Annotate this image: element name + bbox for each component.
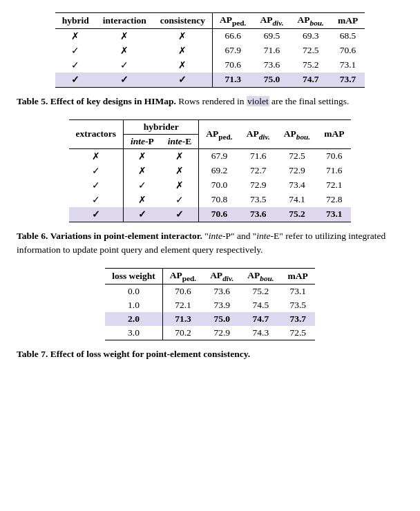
col-ap-div: APdiv. bbox=[203, 269, 240, 285]
col-ap-bou: APbou. bbox=[240, 269, 280, 285]
table7-caption: Table 7. Effect of loss weight for point… bbox=[17, 347, 403, 361]
cell: ✗ bbox=[153, 28, 213, 44]
cell: 72.7 bbox=[240, 164, 277, 178]
table6-row4: ✓ ✗ ✓ 70.8 73.5 74.1 72.8 bbox=[69, 193, 352, 207]
col-loss-weight: loss weight bbox=[105, 269, 162, 285]
col-map: mAP bbox=[331, 13, 365, 29]
cell: 73.6 bbox=[240, 207, 277, 222]
cell: 73.9 bbox=[203, 298, 240, 312]
cell: 71.6 bbox=[317, 164, 351, 178]
cell: 69.2 bbox=[199, 164, 240, 178]
cell: ✓ bbox=[55, 44, 96, 58]
table5-caption: Table 5. Effect of key designs in HIMap.… bbox=[17, 95, 403, 108]
table6-row5-highlight: ✓ ✓ ✓ 70.6 73.6 75.2 73.1 bbox=[69, 207, 352, 222]
col-inte-p: inte-P bbox=[124, 134, 161, 148]
cell-lw: 3.0 bbox=[105, 326, 162, 340]
cell: ✓ bbox=[161, 207, 199, 222]
cell: 75.2 bbox=[277, 207, 317, 222]
cell: 71.3 bbox=[213, 73, 254, 88]
cell: 67.9 bbox=[199, 148, 240, 164]
cell: 73.7 bbox=[331, 73, 365, 88]
table6-header-row1: extractors hybrider APped. APdiv. APbou.… bbox=[69, 119, 352, 134]
table5-wrapper: hybrid interaction consistency APped. AP… bbox=[15, 12, 405, 88]
cell: ✓ bbox=[69, 193, 124, 207]
table7-wrapper: loss weight APped. APdiv. APbou. mAP 0.0… bbox=[15, 268, 405, 340]
cell: 69.5 bbox=[253, 28, 290, 44]
cell: 73.5 bbox=[240, 193, 277, 207]
col-ap-bou: APbou. bbox=[291, 13, 331, 29]
col-consistency: consistency bbox=[153, 13, 213, 29]
col-ap-ped: APped. bbox=[213, 13, 254, 29]
cell: ✓ bbox=[69, 164, 124, 178]
cell: 73.4 bbox=[277, 178, 317, 193]
cell: ✗ bbox=[161, 164, 199, 178]
cell: ✗ bbox=[153, 44, 213, 58]
caption7-num: Table 7. bbox=[17, 349, 48, 359]
col-ap-div: APdiv. bbox=[253, 13, 290, 29]
cell: 74.3 bbox=[240, 326, 280, 340]
cell: 74.5 bbox=[240, 298, 280, 312]
cell: 73.7 bbox=[281, 312, 315, 326]
cell: ✓ bbox=[69, 207, 124, 222]
cell: ✓ bbox=[96, 73, 153, 88]
table5-row4-highlight: ✓ ✓ ✓ 71.3 75.0 74.7 73.7 bbox=[55, 73, 365, 88]
table7-body: 0.0 70.6 73.6 75.2 73.1 1.0 72.1 73.9 74… bbox=[105, 285, 315, 340]
cell: 66.6 bbox=[213, 28, 254, 44]
table6-body: ✗ ✗ ✗ 67.9 71.6 72.5 70.6 ✓ ✗ ✗ 69.2 72.… bbox=[69, 148, 352, 222]
cell: ✓ bbox=[69, 178, 124, 193]
col-hybrid: hybrid bbox=[55, 13, 96, 29]
cell: ✗ bbox=[96, 44, 153, 58]
table6-row1: ✗ ✗ ✗ 67.9 71.6 72.5 70.6 bbox=[69, 148, 352, 164]
col-ap-div: APdiv. bbox=[240, 119, 277, 148]
table7-row2: 1.0 72.1 73.9 74.5 73.5 bbox=[105, 298, 315, 312]
cell: 71.6 bbox=[253, 44, 290, 58]
table5-row2: ✓ ✗ ✗ 67.9 71.6 72.5 70.6 bbox=[55, 44, 365, 58]
cell: 73.1 bbox=[331, 58, 365, 73]
cell: 70.0 bbox=[199, 178, 240, 193]
cell: 72.9 bbox=[277, 164, 317, 178]
col-ap-ped: APped. bbox=[162, 269, 203, 285]
cell: 71.3 bbox=[162, 312, 203, 326]
violet-word: violet bbox=[247, 96, 269, 106]
col-inte-e: inte-E bbox=[161, 134, 199, 148]
cell: 67.9 bbox=[213, 44, 254, 58]
cell: 70.8 bbox=[199, 193, 240, 207]
table5-body: ✗ ✗ ✗ 66.6 69.5 69.3 68.5 ✓ ✗ ✗ 67.9 71.… bbox=[55, 28, 365, 87]
cell: 74.7 bbox=[291, 73, 331, 88]
cell: ✗ bbox=[161, 178, 199, 193]
caption6-text: Variations in point-element interactor. … bbox=[17, 231, 385, 255]
cell-lw: 1.0 bbox=[105, 298, 162, 312]
cell: 70.6 bbox=[331, 44, 365, 58]
cell: 73.1 bbox=[281, 285, 315, 299]
cell: 70.6 bbox=[199, 207, 240, 222]
cell: 75.0 bbox=[203, 312, 240, 326]
col-map: mAP bbox=[281, 269, 315, 285]
cell: ✗ bbox=[124, 193, 161, 207]
table7-row1: 0.0 70.6 73.6 75.2 73.1 bbox=[105, 285, 315, 299]
table7-header: loss weight APped. APdiv. APbou. mAP bbox=[105, 269, 315, 285]
table6-row3: ✓ ✓ ✗ 70.0 72.9 73.4 72.1 bbox=[69, 178, 352, 193]
cell: 72.8 bbox=[317, 193, 351, 207]
table6-wrapper: extractors hybrider APped. APdiv. APbou.… bbox=[15, 119, 405, 222]
cell: 75.2 bbox=[291, 58, 331, 73]
cell: ✗ bbox=[153, 58, 213, 73]
col-ap-bou: APbou. bbox=[277, 119, 317, 148]
cell: 73.5 bbox=[281, 298, 315, 312]
cell: ✓ bbox=[55, 58, 96, 73]
cell: 72.5 bbox=[291, 44, 331, 58]
col-extractors: extractors bbox=[69, 119, 124, 148]
cell: ✗ bbox=[124, 148, 161, 164]
table5-header: hybrid interaction consistency APped. AP… bbox=[55, 13, 365, 29]
caption5-num: Table 5. bbox=[17, 96, 48, 106]
table5-row3: ✓ ✓ ✗ 70.6 73.6 75.2 73.1 bbox=[55, 58, 365, 73]
table6-caption: Table 6. Variations in point-element int… bbox=[17, 229, 403, 258]
cell: 72.9 bbox=[203, 326, 240, 340]
cell-lw: 2.0 bbox=[105, 312, 162, 326]
table6: extractors hybrider APped. APdiv. APbou.… bbox=[69, 119, 352, 222]
table7: loss weight APped. APdiv. APbou. mAP 0.0… bbox=[105, 268, 315, 340]
cell: ✗ bbox=[96, 28, 153, 44]
cell: 74.7 bbox=[240, 312, 280, 326]
col-map: mAP bbox=[317, 119, 351, 148]
cell: ✓ bbox=[124, 178, 161, 193]
cell: 69.3 bbox=[291, 28, 331, 44]
